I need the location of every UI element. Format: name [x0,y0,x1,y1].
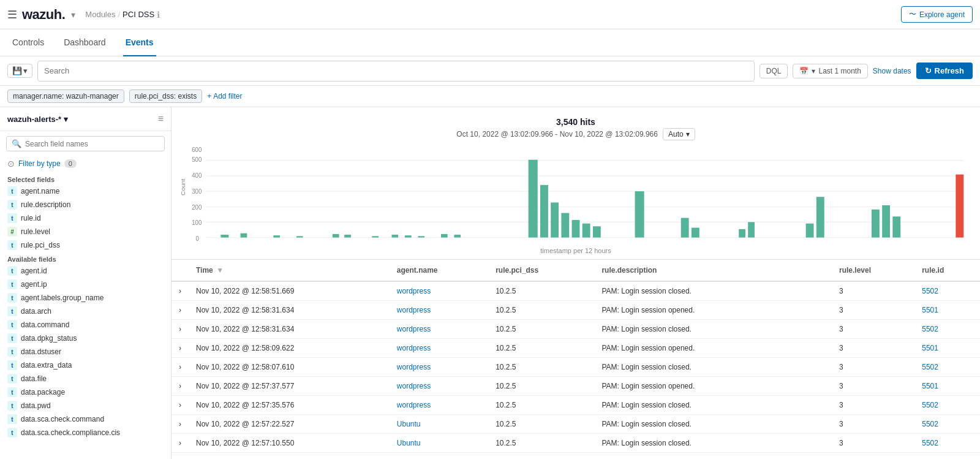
field-item-rule-description[interactable]: t rule.description [0,198,171,211]
field-item-data-arch[interactable]: t data.arch [0,305,171,318]
agent-link[interactable]: wordpress [397,287,431,295]
agent-link[interactable]: wordpress [397,344,431,352]
sidebar-collapse-icon[interactable]: ≡ [158,113,164,124]
bar[interactable] [551,202,559,237]
expand-cell[interactable]: › [172,415,189,434]
bar[interactable] [748,222,755,237]
bar[interactable] [273,235,280,237]
field-item-rule-pci-dss[interactable]: t rule.pci_dss [0,238,171,252]
agent-link[interactable]: wordpress [397,401,431,409]
filter-badge-pci-dss[interactable]: rule.pci_dss: exists [129,89,202,103]
field-item-agent-name[interactable]: t agent.name [0,184,171,198]
add-filter-button[interactable]: + Add filter [207,92,242,101]
th-rule-pci-dss[interactable]: rule.pci_dss [488,260,594,281]
bar[interactable] [296,236,303,237]
rule-id-link[interactable]: 5502 [922,287,938,295]
index-pattern[interactable]: wazuh-alerts-* ▾ [7,115,68,124]
th-rule-id[interactable]: rule.id [914,260,980,281]
bar[interactable] [405,235,412,237]
expand-cell[interactable]: › [172,320,189,339]
field-item-data-command[interactable]: t data.command [0,318,171,332]
agent-link[interactable]: wordpress [397,363,431,371]
rule-id-link[interactable]: 5501 [922,382,938,390]
expand-cell[interactable]: › [172,434,189,453]
bar-alert[interactable] [956,175,963,238]
rule-id-link[interactable]: 5502 [922,325,938,333]
expand-cell[interactable]: › [172,281,189,301]
field-item-data-dstuser[interactable]: t data.dstuser [0,345,171,358]
dql-button[interactable]: DQL [760,64,788,78]
th-rule-level[interactable]: rule.level [832,260,914,281]
nav-controls[interactable]: Controls [10,29,47,56]
save-search-button[interactable]: 💾 ▾ [7,64,32,78]
date-picker-button[interactable]: 📅 ▾ Last 1 month [793,64,867,78]
show-dates-button[interactable]: Show dates [873,67,911,75]
field-search-wrap[interactable]: 🔍 [6,136,165,151]
bar[interactable] [454,235,461,238]
explore-agent-button[interactable]: 〜 Explore agent [901,6,973,23]
rule-id-link[interactable]: 5502 [922,401,938,409]
filter-badge-manager[interactable]: manager.name: wazuh-manager [7,89,124,103]
modules-crumb[interactable]: Modules [85,10,115,19]
bar[interactable] [391,235,398,238]
bar[interactable] [892,216,900,237]
bar[interactable] [816,197,824,237]
th-agent-name[interactable]: agent.name [390,260,488,281]
bar[interactable] [882,205,890,238]
field-item-data-sca-check-command[interactable]: t data.sca.check.command [0,412,171,426]
bar-peak[interactable] [529,160,538,238]
bar[interactable] [572,220,580,238]
rule-id-link[interactable]: 5502 [922,363,938,371]
agent-link[interactable]: wordpress [397,306,431,314]
expand-cell[interactable]: › [172,396,189,415]
bar[interactable] [540,185,548,238]
th-rule-description[interactable]: rule.description [594,260,832,281]
field-item-rule-level[interactable]: # rule.level [0,225,171,238]
refresh-button[interactable]: ↻ Refresh [916,63,973,79]
search-input[interactable] [44,66,748,75]
field-item-agent-labels-group[interactable]: t agent.labels.group_name [0,291,171,305]
expand-cell[interactable]: › [172,358,189,377]
nav-events[interactable]: Events [123,29,156,56]
field-item-agent-id[interactable]: t agent.id [0,264,171,278]
field-item-rule-id[interactable]: t rule.id [0,211,171,225]
th-time[interactable]: Time ▼ [189,260,390,281]
bar[interactable] [692,228,699,238]
bar[interactable] [806,224,814,238]
field-item-data-dpkg-status[interactable]: t data.dpkg_status [0,332,171,345]
field-item-agent-ip[interactable]: t agent.ip [0,278,171,291]
filter-by-type-row[interactable]: ⊙ Filter by type 0 [0,156,171,172]
menu-icon[interactable]: ☰ [7,8,17,21]
bar[interactable] [872,210,880,238]
bar[interactable] [241,233,247,238]
expand-cell[interactable]: › [172,377,189,396]
bar[interactable] [344,235,351,238]
expand-cell[interactable]: › [172,301,189,320]
auto-select-dropdown[interactable]: Auto ▾ [663,128,695,140]
bar[interactable] [221,235,228,238]
bar[interactable] [561,213,569,238]
field-item-data-extra-data[interactable]: t data.extra_data [0,358,171,372]
agent-link[interactable]: wordpress [397,382,431,390]
nav-dashboard[interactable]: Dashboard [61,29,108,56]
bar[interactable] [418,236,424,237]
expand-cell[interactable]: › [172,339,189,358]
rule-id-link[interactable]: 5502 [922,439,938,447]
bar[interactable] [681,218,689,238]
search-input-wrap[interactable] [37,61,755,82]
expand-cell[interactable]: › [172,453,189,460]
agent-link[interactable]: Ubuntu [397,420,421,428]
logo-dropdown[interactable]: ▾ [71,10,75,20]
agent-link[interactable]: Ubuntu [397,439,421,447]
bar[interactable] [739,229,745,238]
bar[interactable] [372,236,379,237]
bar[interactable] [593,226,601,237]
rule-id-link[interactable]: 5501 [922,344,938,352]
field-search-input[interactable] [25,140,159,148]
bar[interactable] [441,234,448,238]
info-icon[interactable]: ℹ [157,10,160,20]
bar[interactable] [333,234,339,238]
field-item-data-package[interactable]: t data.package [0,385,171,399]
bar[interactable] [635,191,644,237]
bar[interactable] [582,224,590,238]
